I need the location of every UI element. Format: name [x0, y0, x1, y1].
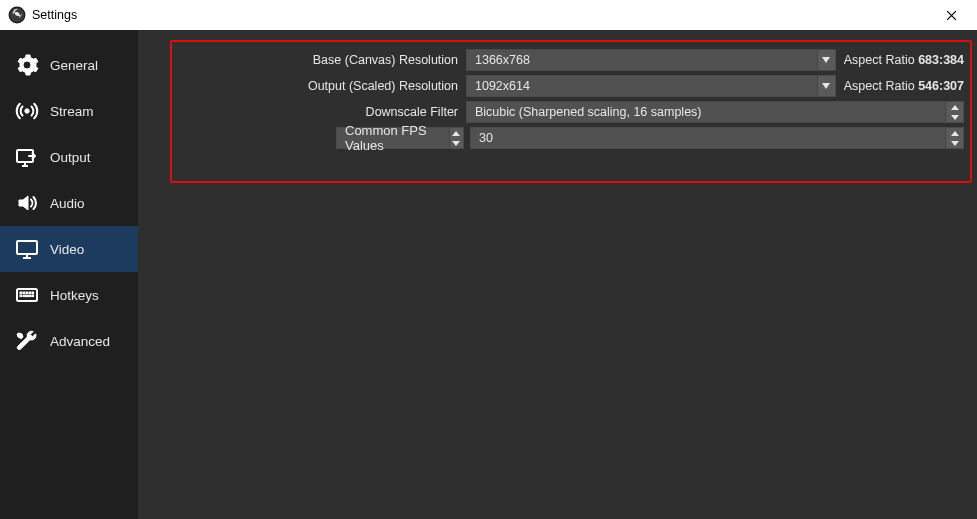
base-resolution-select[interactable]: 1366x768: [466, 49, 836, 71]
fps-mode-label: Common FPS Values: [337, 128, 449, 148]
settings-content: Base (Canvas) Resolution 1366x768 Aspect…: [138, 30, 977, 519]
gear-icon: [14, 52, 40, 78]
output-resolution-row: Output (Scaled) Resolution 1092x614 Aspe…: [178, 74, 964, 98]
updown-icon[interactable]: [945, 128, 963, 148]
downscale-filter-label: Downscale Filter: [178, 105, 466, 119]
output-resolution-value: 1092x614: [467, 76, 817, 96]
sidebar-item-label: Audio: [50, 196, 85, 211]
base-resolution-row: Base (Canvas) Resolution 1366x768 Aspect…: [178, 48, 964, 72]
sidebar-item-video[interactable]: Video: [0, 226, 138, 272]
sidebar-item-general[interactable]: General: [0, 42, 138, 88]
sidebar-item-hotkeys[interactable]: Hotkeys: [0, 272, 138, 318]
speaker-icon: [14, 190, 40, 216]
svg-rect-12: [26, 292, 28, 294]
fps-value: 30: [471, 128, 945, 148]
output-icon: [14, 144, 40, 170]
sidebar-item-audio[interactable]: Audio: [0, 180, 138, 226]
chevron-down-icon[interactable]: [817, 76, 835, 96]
svg-rect-11: [23, 292, 25, 294]
sidebar-item-output[interactable]: Output: [0, 134, 138, 180]
client-area: General Stream Output Audio Video: [0, 30, 977, 519]
svg-rect-6: [17, 241, 37, 254]
svg-rect-10: [20, 292, 22, 294]
settings-sidebar: General Stream Output Audio Video: [0, 30, 138, 519]
updown-icon[interactable]: [449, 128, 463, 148]
downscale-filter-row: Downscale Filter Bicubic (Sharpened scal…: [178, 100, 964, 124]
antenna-icon: [14, 98, 40, 124]
monitor-icon: [14, 236, 40, 262]
sidebar-item-label: Hotkeys: [50, 288, 99, 303]
output-resolution-select[interactable]: 1092x614: [466, 75, 836, 97]
sidebar-item-stream[interactable]: Stream: [0, 88, 138, 134]
sidebar-item-label: General: [50, 58, 98, 73]
sidebar-item-label: Video: [50, 242, 84, 257]
fps-value-select[interactable]: 30: [470, 127, 964, 149]
svg-rect-14: [32, 292, 34, 294]
base-aspect-ratio: Aspect Ratio 683:384: [836, 53, 964, 67]
svg-point-2: [25, 109, 29, 113]
svg-rect-15: [20, 295, 22, 297]
fps-mode-select[interactable]: Common FPS Values: [336, 127, 464, 149]
chevron-down-icon[interactable]: [817, 50, 835, 70]
svg-rect-17: [23, 295, 31, 296]
downscale-filter-value: Bicubic (Sharpened scaling, 16 samples): [467, 102, 945, 122]
base-resolution-value: 1366x768: [467, 50, 817, 70]
tools-icon: [14, 328, 40, 354]
svg-rect-16: [32, 295, 34, 297]
base-resolution-label: Base (Canvas) Resolution: [178, 53, 466, 67]
output-resolution-label: Output (Scaled) Resolution: [178, 79, 466, 93]
keyboard-icon: [14, 282, 40, 308]
sidebar-item-label: Advanced: [50, 334, 110, 349]
svg-rect-13: [29, 292, 31, 294]
window-title: Settings: [32, 8, 77, 22]
titlebar: Settings: [0, 0, 977, 30]
window-close-button[interactable]: [931, 0, 971, 30]
output-aspect-ratio: Aspect Ratio 546:307: [836, 79, 964, 93]
obs-logo-icon: [8, 6, 26, 24]
updown-icon[interactable]: [945, 102, 963, 122]
downscale-filter-select[interactable]: Bicubic (Sharpened scaling, 16 samples): [466, 101, 964, 123]
video-settings-highlight: Base (Canvas) Resolution 1366x768 Aspect…: [170, 40, 972, 183]
sidebar-item-label: Stream: [50, 104, 94, 119]
fps-row: Common FPS Values 30: [178, 126, 964, 150]
sidebar-item-advanced[interactable]: Advanced: [0, 318, 138, 364]
sidebar-item-label: Output: [50, 150, 91, 165]
